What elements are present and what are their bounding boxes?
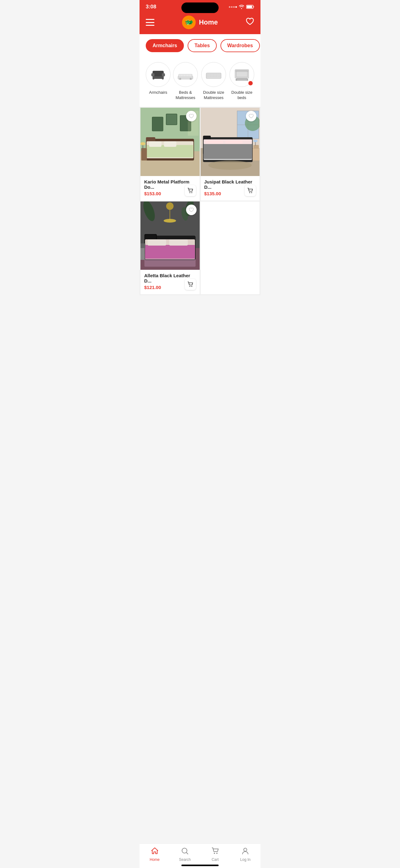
svg-rect-24 bbox=[236, 79, 237, 81]
svg-point-63 bbox=[249, 192, 250, 193]
wishlist-button-1[interactable] bbox=[186, 111, 197, 121]
svg-point-43 bbox=[191, 192, 192, 193]
svg-rect-1 bbox=[247, 6, 252, 8]
svg-point-61 bbox=[253, 140, 257, 142]
beds-mattresses-circle bbox=[173, 62, 198, 87]
svg-rect-58 bbox=[253, 148, 259, 160]
svg-rect-38 bbox=[152, 117, 163, 131]
armchairs-circle bbox=[146, 62, 171, 87]
svg-rect-80 bbox=[169, 239, 188, 246]
bottom-spacer bbox=[139, 295, 261, 323]
hamburger-line-1 bbox=[146, 19, 155, 20]
wifi-icon bbox=[239, 5, 244, 9]
app-logo: 🐲 bbox=[182, 16, 196, 29]
svg-rect-13 bbox=[179, 78, 181, 80]
svg-rect-34 bbox=[164, 141, 176, 147]
double-beds-circle bbox=[229, 62, 254, 87]
category-icons-row: Armchairs Beds & Mattresses bbox=[139, 57, 261, 107]
svg-rect-6 bbox=[162, 73, 165, 76]
svg-rect-59 bbox=[253, 145, 259, 149]
product-card-2[interactable]: Jusipat Black Leather D... $135.00 bbox=[201, 108, 260, 200]
add-to-cart-button-1[interactable] bbox=[185, 185, 196, 196]
dot1 bbox=[229, 6, 230, 8]
svg-rect-39 bbox=[166, 114, 177, 125]
product-grid: Kario Metal Platform Do... $153.00 bbox=[139, 107, 261, 295]
svg-rect-56 bbox=[206, 140, 223, 144]
svg-rect-33 bbox=[149, 141, 162, 147]
status-icons bbox=[229, 5, 254, 9]
dot3 bbox=[233, 6, 235, 8]
svg-rect-83 bbox=[144, 259, 196, 267]
dot4 bbox=[235, 6, 237, 8]
armchairs-label: Armchairs bbox=[149, 90, 167, 95]
notification-badge bbox=[248, 81, 253, 85]
logo-emoji: 🐲 bbox=[185, 18, 193, 26]
svg-rect-54 bbox=[203, 144, 252, 159]
svg-rect-79 bbox=[147, 239, 166, 246]
svg-rect-57 bbox=[225, 140, 242, 144]
double-mattresses-circle bbox=[201, 62, 226, 87]
status-time: 3:08 bbox=[146, 4, 156, 10]
wishlist-header-button[interactable] bbox=[245, 18, 254, 27]
svg-rect-35 bbox=[141, 148, 147, 160]
hamburger-line-3 bbox=[146, 25, 155, 26]
battery-icon bbox=[246, 5, 254, 9]
svg-rect-7 bbox=[153, 76, 163, 79]
beds-mattresses-label: Beds & Mattresses bbox=[173, 90, 198, 101]
category-tags-row: Armchairs Tables Wardrobes bbox=[139, 34, 261, 57]
svg-rect-15 bbox=[206, 73, 221, 79]
svg-rect-78 bbox=[145, 245, 195, 258]
wishlist-button-3[interactable] bbox=[186, 205, 197, 215]
svg-point-37 bbox=[140, 142, 145, 145]
product-card-1[interactable]: Kario Metal Platform Do... $153.00 bbox=[140, 108, 200, 200]
hamburger-line-2 bbox=[146, 22, 155, 23]
notch bbox=[181, 2, 219, 13]
category-tag-wardrobes[interactable]: Wardrobes bbox=[221, 39, 260, 52]
category-tag-tables[interactable]: Tables bbox=[188, 39, 217, 52]
svg-point-84 bbox=[190, 286, 190, 287]
svg-point-73 bbox=[164, 219, 176, 223]
svg-rect-82 bbox=[140, 243, 145, 248]
status-bar: 3:08 bbox=[139, 0, 261, 12]
page-title: Home bbox=[199, 18, 218, 26]
double-beds-label: Double size beds bbox=[229, 90, 254, 101]
svg-rect-81 bbox=[140, 247, 145, 260]
svg-rect-25 bbox=[247, 79, 248, 81]
app-header: 🐲 Home bbox=[139, 12, 261, 34]
svg-point-85 bbox=[191, 286, 192, 287]
add-to-cart-button-3[interactable] bbox=[185, 279, 196, 290]
svg-rect-5 bbox=[151, 73, 155, 76]
svg-point-62 bbox=[208, 160, 252, 170]
category-icon-armchairs[interactable]: Armchairs bbox=[146, 62, 171, 101]
svg-point-71 bbox=[166, 203, 174, 210]
category-icon-double-beds[interactable]: Double size beds bbox=[229, 62, 254, 101]
empty-grid-cell bbox=[201, 202, 260, 294]
product-card-3[interactable]: Alletta Black Leather D... $121.00 bbox=[140, 202, 200, 294]
menu-button[interactable] bbox=[146, 19, 155, 26]
double-mattresses-label: Double size Mattresses bbox=[200, 90, 227, 101]
category-icon-beds-mattresses[interactable]: Beds & Mattresses bbox=[173, 62, 198, 101]
svg-rect-14 bbox=[190, 78, 192, 80]
svg-rect-23 bbox=[236, 78, 247, 81]
svg-point-42 bbox=[190, 192, 190, 193]
category-tag-armchairs[interactable]: Armchairs bbox=[146, 39, 184, 52]
signal-dots bbox=[229, 6, 237, 8]
svg-point-64 bbox=[251, 192, 252, 193]
wishlist-button-2[interactable] bbox=[246, 111, 257, 121]
dot2 bbox=[231, 6, 233, 8]
category-icon-double-mattresses[interactable]: Double size Mattresses bbox=[200, 62, 227, 101]
add-to-cart-button-2[interactable] bbox=[245, 185, 256, 196]
